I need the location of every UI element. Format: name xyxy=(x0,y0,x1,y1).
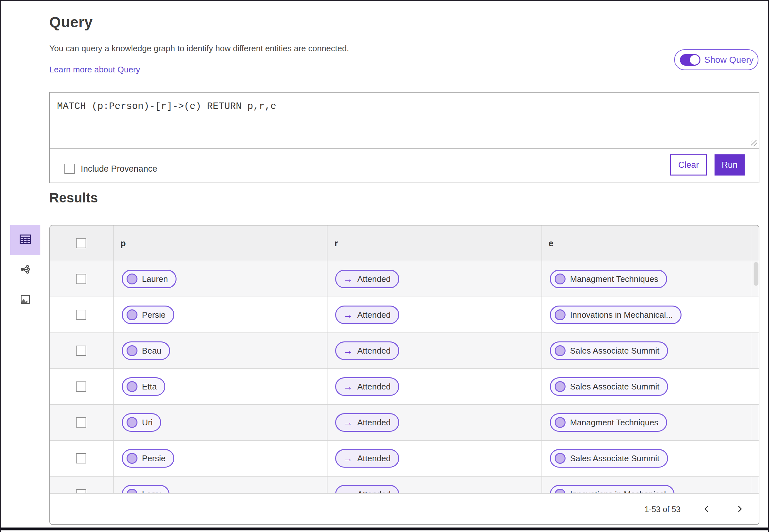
arrow-right-icon: → xyxy=(343,310,353,320)
entity-pill[interactable]: Beau xyxy=(122,341,170,360)
entity-node-icon xyxy=(555,489,566,493)
column-header-r: r xyxy=(334,225,338,261)
learn-more-link[interactable]: Learn more about Query xyxy=(49,65,140,75)
window-bottom-edge xyxy=(1,528,768,530)
share-nodes-icon xyxy=(20,264,31,276)
relation-pill[interactable]: → Attended xyxy=(335,341,399,360)
relation-cell-r: → Attended xyxy=(335,485,399,493)
entity-label: Innovations in Mechanical xyxy=(570,489,666,493)
relation-pill[interactable]: → Attended xyxy=(335,377,399,396)
entity-cell-e: Sales Associate Summit xyxy=(550,449,668,468)
relation-cell-r: → Attended xyxy=(335,341,399,360)
row-checkbox[interactable] xyxy=(76,310,86,320)
page-description: You can query a knowledge graph to ident… xyxy=(49,44,349,53)
resize-handle[interactable] xyxy=(751,140,757,146)
entity-pill[interactable]: Persie xyxy=(122,449,174,468)
entity-pill[interactable]: Sales Associate Summit xyxy=(550,377,668,396)
row-checkbox[interactable] xyxy=(76,417,86,428)
relation-pill[interactable]: → Attended xyxy=(335,449,399,468)
page: Query You can query a knowledge graph to… xyxy=(0,0,769,532)
table-scrollbar-thumb[interactable] xyxy=(754,262,758,286)
table-row: Larry → Attended Innovations in Mechanic… xyxy=(50,477,759,493)
entity-label: Innovations in Mechanical... xyxy=(570,310,673,320)
entity-cell-e: Innovations in Mechanical xyxy=(550,485,675,493)
entity-label: Persie xyxy=(142,310,166,320)
entity-cell-p: Persie xyxy=(122,306,174,324)
entity-node-icon xyxy=(555,381,566,392)
row-checkbox[interactable] xyxy=(76,453,86,463)
relation-pill[interactable]: → Attended xyxy=(335,485,399,493)
entity-pill[interactable]: Larry xyxy=(122,485,169,493)
toggle-switch-icon[interactable] xyxy=(680,54,700,66)
entity-pill[interactable]: Innovations in Mechanical... xyxy=(550,306,682,324)
entity-node-icon xyxy=(127,345,137,356)
row-checkbox[interactable] xyxy=(76,346,86,356)
relation-pill[interactable]: → Attended xyxy=(335,270,399,288)
entity-pill[interactable]: Sales Associate Summit xyxy=(550,341,668,360)
entity-pill[interactable]: Lauren xyxy=(122,270,176,288)
pagination-bar: 1-53 of 53 xyxy=(50,493,759,525)
entity-pill[interactable]: Sales Associate Summit xyxy=(550,449,668,468)
entity-node-icon xyxy=(555,417,566,428)
relation-pill[interactable]: → Attended xyxy=(335,413,399,432)
column-header-e: e xyxy=(549,225,553,261)
entity-label: Managment Techniques xyxy=(570,418,659,428)
entity-label: Etta xyxy=(142,382,157,392)
clear-button[interactable]: Clear xyxy=(670,154,707,176)
entity-node-icon xyxy=(127,417,137,428)
relation-pill[interactable]: → Attended xyxy=(335,306,399,324)
chevron-right-icon xyxy=(735,505,744,514)
entity-pill[interactable]: Persie xyxy=(122,306,174,324)
entity-label: Beau xyxy=(142,346,161,356)
entity-pill[interactable]: Uri xyxy=(122,413,161,432)
entity-label: Sales Associate Summit xyxy=(570,382,659,392)
entity-pill[interactable]: Etta xyxy=(122,377,165,396)
run-button[interactable]: Run xyxy=(715,154,745,176)
entity-node-icon xyxy=(555,309,566,320)
view-tile-graph[interactable] xyxy=(10,255,40,285)
entity-cell-e: Managment Techniques xyxy=(550,270,667,288)
row-checkbox[interactable] xyxy=(76,381,86,392)
entity-label: Managment Techniques xyxy=(570,274,659,284)
entity-pill[interactable]: Managment Techniques xyxy=(550,413,667,432)
table-row: Lauren → Attended Managment Techniques xyxy=(50,261,759,297)
toggle-knob xyxy=(690,55,699,65)
pagination-range-label: 1-53 of 53 xyxy=(644,505,681,514)
arrow-right-icon: → xyxy=(343,274,353,284)
table-row: Persie → Attended Innovations in Mechani… xyxy=(50,297,759,333)
relation-label: Attended xyxy=(357,310,391,320)
arrow-right-icon: → xyxy=(343,418,353,427)
view-tile-table[interactable] xyxy=(10,225,40,255)
row-checkbox[interactable] xyxy=(76,274,86,284)
entity-pill[interactable]: Managment Techniques xyxy=(550,270,667,288)
select-all-checkbox[interactable] xyxy=(76,238,86,248)
entity-cell-p: Uri xyxy=(122,413,161,432)
entity-cell-p: Larry xyxy=(122,485,169,493)
relation-label: Attended xyxy=(357,489,391,493)
entity-node-icon xyxy=(127,309,137,320)
arrow-right-icon: → xyxy=(343,382,353,391)
row-checkbox[interactable] xyxy=(76,489,86,493)
column-header-p: p xyxy=(120,225,126,261)
entity-node-icon xyxy=(555,274,566,284)
include-provenance-checkbox[interactable] xyxy=(64,164,75,174)
entity-cell-e: Managment Techniques xyxy=(550,413,667,432)
table-body: Lauren → Attended Managment Techniques P… xyxy=(50,261,759,493)
entity-cell-p: Persie xyxy=(122,449,174,468)
entity-pill[interactable]: Innovations in Mechanical xyxy=(550,485,675,493)
arrow-right-icon: → xyxy=(343,489,353,493)
relation-label: Attended xyxy=(357,418,391,428)
pagination-next-button[interactable] xyxy=(733,503,746,516)
entity-cell-e: Innovations in Mechanical... xyxy=(550,306,682,324)
pagination-prev-button[interactable] xyxy=(700,503,713,516)
entity-label: Uri xyxy=(142,418,152,428)
query-input[interactable]: MATCH (p:Person)-[r]->(e) RETURN p,r,e xyxy=(50,93,759,149)
view-tile-map[interactable] xyxy=(10,285,40,315)
entity-label: Lauren xyxy=(142,274,168,284)
table-row: Persie → Attended Sales Associate Summit xyxy=(50,441,759,477)
show-query-toggle[interactable]: Show Query xyxy=(674,49,758,70)
relation-label: Attended xyxy=(357,346,391,356)
entity-cell-p: Lauren xyxy=(122,270,176,288)
entity-node-icon xyxy=(555,345,566,356)
relation-label: Attended xyxy=(357,274,391,284)
